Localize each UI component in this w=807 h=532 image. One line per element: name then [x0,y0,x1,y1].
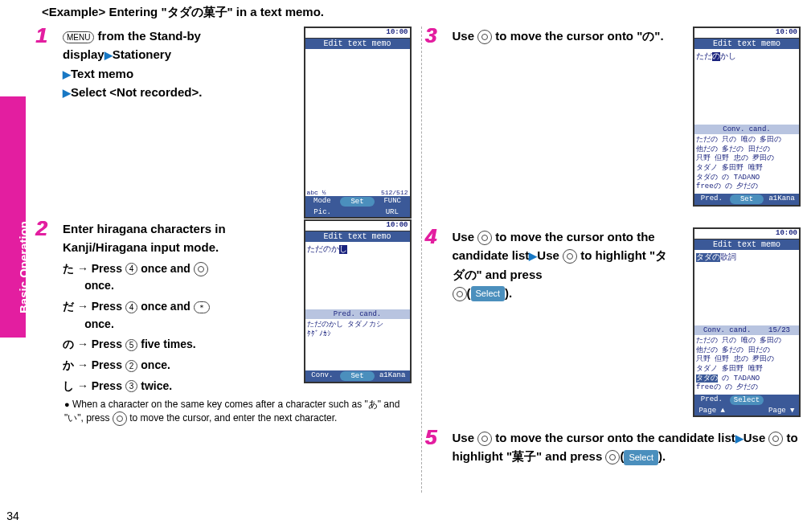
dial-key-icon [477,231,492,245]
right-triangle-icon: ▶ [529,250,537,262]
dial-key-icon [194,262,208,276]
key-2-icon: 2 [125,360,138,372]
step-4-body: Use to move the cursor onto the candidat… [453,227,678,302]
dial-key-icon [453,287,467,301]
dial-key-icon [477,432,492,446]
input-preview: タダの歌詞 [696,253,736,262]
menu-key-icon: MENU [63,31,94,43]
key-4-icon: 4 [125,263,138,275]
step-3-body: Use to move the cursor onto "の". [453,27,670,45]
step-number-3: 3 [425,23,436,48]
step-1-body: MENU from the Stand-by display▶Stationer… [63,27,296,101]
key-star-icon: ＊ [194,301,210,313]
right-triangle-icon: ▶ [735,432,744,444]
section-tab-label: Basic Operation [17,221,31,313]
step-2-body: Enter hiragana characters in Kanji/Hirag… [63,219,296,395]
dial-key-icon [113,411,127,426]
dial-key-icon [768,432,783,446]
right-triangle-icon: ▶ [63,68,71,80]
phone-screenshot-1: 10:00 Edit text memo abc ½512/512 ModeSe… [304,27,412,219]
dial-key-icon [605,450,620,464]
key-3-icon: 3 [125,380,138,392]
input-preview: ただのかし [307,245,347,254]
section-tab: Basic Operation [0,96,26,338]
select-softkey: Select [471,286,506,301]
key-4-icon: 4 [125,301,138,313]
dial-key-icon [563,249,577,264]
input-preview: ただのかし [696,52,736,61]
phone-screenshot-2: 10:00 Edit text memo ただのかし Pred. cand. た… [304,219,412,383]
phone-screenshot-3: 10:00 Edit text memo ただのかし Conv. cand. た… [693,27,801,207]
step-2-note: ● When a character on the same key comes… [64,398,412,425]
phone-screenshot-4: 10:00 Edit text memo タダの歌詞 Conv. cand. 1… [693,227,801,417]
select-softkey: Select [624,450,658,465]
page-number: 34 [0,500,26,532]
right-triangle-icon: ▶ [63,87,71,99]
example-title: <Example> Entering "タダの菓子" in a text mem… [42,5,801,20]
step-number-1: 1 [35,23,47,48]
step-5-body: Use to move the cursor onto the candidat… [453,428,801,466]
right-triangle-icon: ▶ [104,49,113,61]
key-5-icon: 5 [125,339,138,351]
step-number-2: 2 [35,216,47,241]
step-number-4: 4 [425,224,436,249]
step-number-5: 5 [425,425,436,450]
column-divider [421,27,422,493]
dial-key-icon [477,30,492,44]
candidate-list: ただの 只の 唯の 多田の 他だの 多だの 田だの 只野 但野 忠の 夛田の タ… [694,335,799,395]
